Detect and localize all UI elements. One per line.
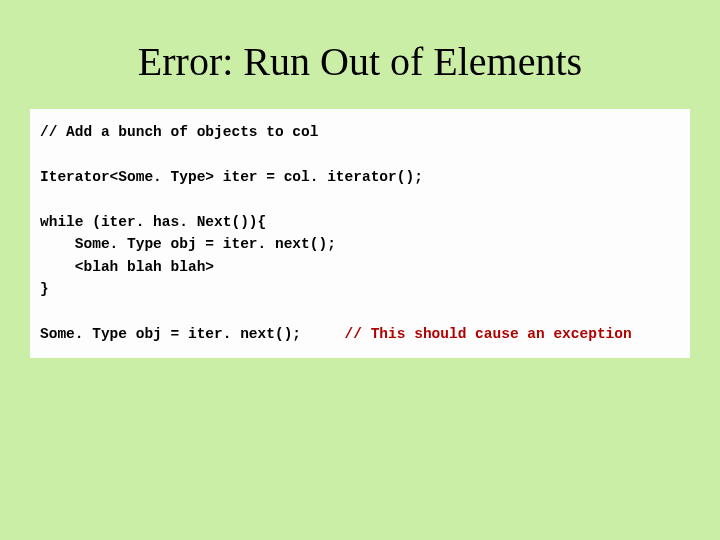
code-line-5: <blah blah blah> [40,259,214,275]
slide-title: Error: Run Out of Elements [0,38,720,85]
slide: Error: Run Out of Elements // Add a bunc… [0,38,720,540]
code-line-3: while (iter. has. Next()){ [40,214,266,230]
code-line-7b-exception-comment: // This should cause an exception [345,326,632,342]
code-line-2: Iterator<Some. Type> iter = col. iterato… [40,169,423,185]
code-line-1: // Add a bunch of objects to col [40,124,318,140]
code-box: // Add a bunch of objects to col Iterato… [30,109,690,358]
code-line-6: } [40,281,49,297]
code-line-4: Some. Type obj = iter. next(); [40,236,336,252]
code-line-7a: Some. Type obj = iter. next(); [40,326,345,342]
code-block: // Add a bunch of objects to col Iterato… [40,121,680,346]
